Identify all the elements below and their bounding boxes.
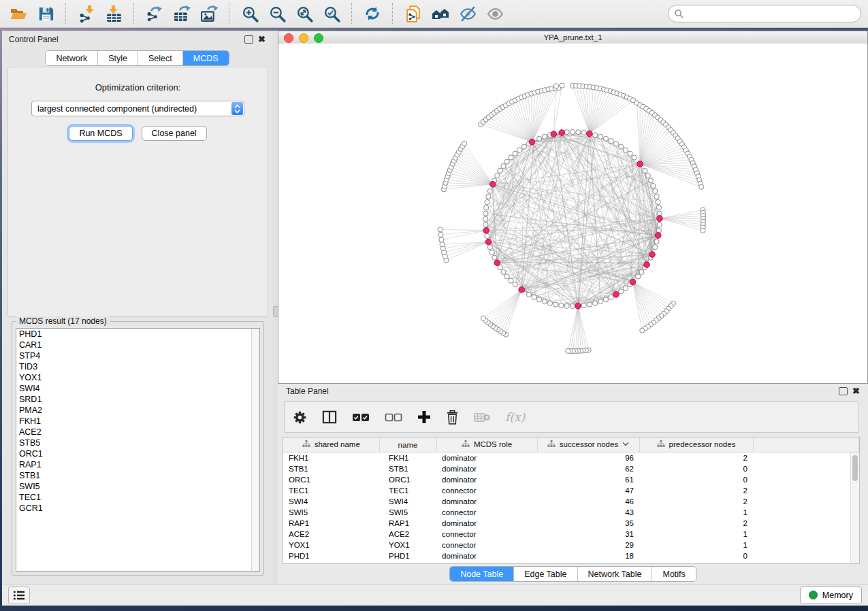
tab-motifs[interactable]: Motifs xyxy=(652,567,695,581)
run-mcds-button[interactable]: Run MCDS xyxy=(69,126,132,141)
mcds-result-item[interactable]: SWI4 xyxy=(16,383,259,394)
graph-node[interactable] xyxy=(485,233,489,238)
graph-node[interactable] xyxy=(639,269,644,274)
graph-node[interactable] xyxy=(532,295,536,299)
tab-select[interactable]: Select xyxy=(138,51,183,65)
graph-node[interactable] xyxy=(587,302,592,307)
graph-node[interactable] xyxy=(570,303,575,308)
table-row[interactable]: YOX1YOX1connector291 xyxy=(283,540,859,550)
graph-node[interactable] xyxy=(553,302,558,307)
delete-column-button[interactable] xyxy=(446,410,459,425)
graph-node[interactable] xyxy=(526,292,531,297)
mcds-result-item[interactable]: SWI5 xyxy=(16,481,259,492)
create-column-button[interactable] xyxy=(417,410,431,424)
graph-node[interactable] xyxy=(509,155,513,160)
zoom-selected-button[interactable] xyxy=(320,3,343,24)
graph-hub-node-selected[interactable] xyxy=(485,239,492,245)
graph-node[interactable] xyxy=(462,141,466,146)
graph-node[interactable] xyxy=(609,295,613,299)
export-table-button[interactable] xyxy=(170,3,193,24)
graph-node[interactable] xyxy=(581,303,586,308)
search-input[interactable] xyxy=(687,8,855,19)
graph-hub-node-selected[interactable] xyxy=(613,292,620,298)
graph-node[interactable] xyxy=(564,130,569,135)
graph-node[interactable] xyxy=(521,144,526,149)
network-canvas[interactable] xyxy=(278,44,867,383)
optimization-criterion-select[interactable]: largest connected component (undirected) xyxy=(31,101,244,116)
graph-node[interactable] xyxy=(536,297,541,302)
graph-node[interactable] xyxy=(513,282,517,287)
graph-node[interactable] xyxy=(654,194,659,199)
open-file-button[interactable] xyxy=(7,3,30,24)
graph-node[interactable] xyxy=(603,136,608,141)
graph-node[interactable] xyxy=(489,250,494,254)
graph-node[interactable] xyxy=(487,245,492,250)
window-minimize-button[interactable] xyxy=(299,33,308,43)
graph-node[interactable] xyxy=(654,240,659,244)
tab-mcds[interactable]: MCDS xyxy=(183,51,229,65)
graph-node[interactable] xyxy=(481,316,485,320)
graph-node[interactable] xyxy=(501,163,506,168)
graph-node[interactable] xyxy=(657,211,662,216)
tab-style[interactable]: Style xyxy=(98,51,138,65)
graph-hub-node-selected[interactable] xyxy=(489,181,496,187)
graph-node[interactable] xyxy=(542,134,547,139)
first-neighbors-button[interactable] xyxy=(429,3,452,24)
zoom-out-button[interactable] xyxy=(266,3,289,24)
graph-node[interactable] xyxy=(613,142,618,146)
graph-hub-node-selected[interactable] xyxy=(587,131,593,137)
graph-node[interactable] xyxy=(501,269,506,274)
graph-node[interactable] xyxy=(657,222,662,227)
column-header-predecessor-nodes[interactable]: predecessor nodes xyxy=(639,437,753,452)
graph-node[interactable] xyxy=(486,194,491,199)
graph-node[interactable] xyxy=(487,188,492,193)
window-close-button[interactable] xyxy=(284,33,293,43)
memory-button[interactable]: Memory xyxy=(800,587,862,604)
zoom-in-button[interactable] xyxy=(238,3,261,24)
graph-node[interactable] xyxy=(628,151,632,156)
mcds-result-item[interactable]: ACE2 xyxy=(16,427,259,437)
import-network-button[interactable] xyxy=(75,3,98,24)
table-row[interactable]: TEC1TEC1connector472 xyxy=(283,485,859,496)
float-panel-icon[interactable] xyxy=(244,35,253,44)
close-panel-button[interactable]: Close panel xyxy=(142,126,207,141)
network-graph[interactable] xyxy=(278,44,867,383)
graph-hub-node-selected[interactable] xyxy=(483,227,489,233)
graph-node[interactable] xyxy=(492,255,497,260)
graph-node[interactable] xyxy=(440,242,445,247)
graph-node[interactable] xyxy=(701,228,705,233)
graph-hub-node-selected[interactable] xyxy=(637,161,643,167)
tab-network-table[interactable]: Network Table xyxy=(578,567,653,581)
mcds-result-item[interactable]: YOX1 xyxy=(16,372,259,383)
mcds-result-item[interactable]: RAP1 xyxy=(16,459,259,470)
network-window-titlebar[interactable]: YPA_prune.txt_1 xyxy=(278,31,867,44)
graph-node[interactable] xyxy=(504,274,509,279)
graph-node[interactable] xyxy=(653,188,658,193)
tab-node-table[interactable]: Node Table xyxy=(450,567,514,581)
mcds-result-item[interactable]: CAR1 xyxy=(16,340,259,350)
mcds-result-item[interactable]: TEC1 xyxy=(16,492,259,503)
graph-node[interactable] xyxy=(593,301,598,306)
tab-edge-table[interactable]: Edge Table xyxy=(514,567,577,581)
mcds-result-item[interactable]: ORC1 xyxy=(16,448,259,459)
zoom-fit-button[interactable] xyxy=(293,3,316,24)
graph-node[interactable] xyxy=(656,199,660,204)
column-header-name[interactable]: name xyxy=(379,437,436,452)
graph-node[interactable] xyxy=(564,303,569,308)
graph-hub-node-selected[interactable] xyxy=(559,130,565,136)
graph-node[interactable] xyxy=(643,168,647,173)
graph-node[interactable] xyxy=(645,173,650,178)
graph-hub-node-selected[interactable] xyxy=(657,216,663,222)
graph-node[interactable] xyxy=(656,228,661,233)
graph-node[interactable] xyxy=(438,232,443,237)
table-scrollbar-thumb[interactable] xyxy=(852,455,858,481)
close-panel-icon[interactable]: ✖ xyxy=(258,36,266,43)
graph-node[interactable] xyxy=(581,130,586,135)
unselect-all-columns-button[interactable] xyxy=(385,413,402,422)
table-settings-button[interactable] xyxy=(293,410,307,425)
graph-node[interactable] xyxy=(509,278,513,283)
graph-node[interactable] xyxy=(653,245,658,250)
mcds-result-item[interactable]: GCR1 xyxy=(16,503,259,514)
graph-node[interactable] xyxy=(576,130,581,135)
global-search[interactable] xyxy=(668,5,861,22)
